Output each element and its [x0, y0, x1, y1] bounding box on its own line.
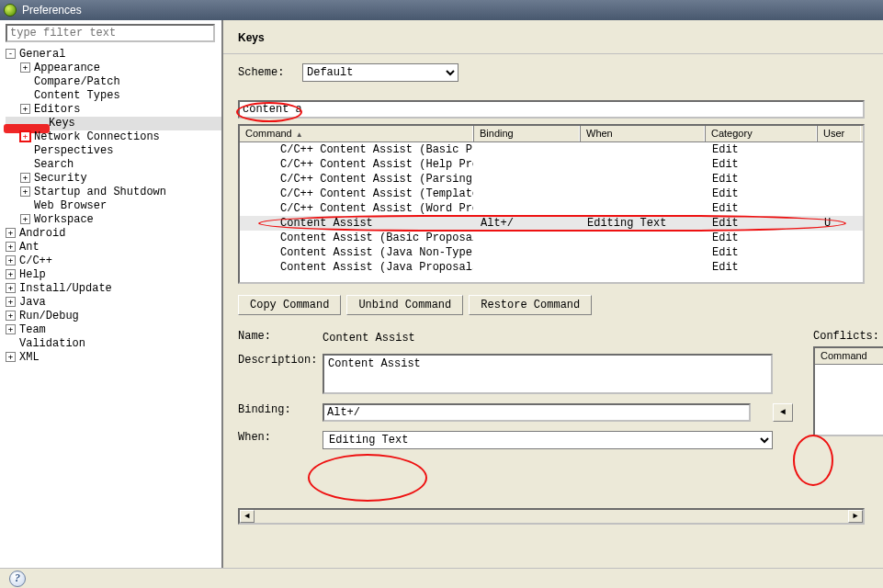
tree-item-label: XML — [19, 351, 40, 364]
cell-command: C/C++ Content Assist (Parsing-bas — [240, 173, 473, 186]
col-command[interactable]: Command▲ — [240, 126, 473, 141]
table-row[interactable]: C/C++ Content Assist (Word ProposEdit — [240, 201, 863, 216]
tree-item[interactable]: +Security — [6, 172, 221, 186]
cell-category: Edit — [705, 232, 817, 244]
expand-icon[interactable]: + — [20, 62, 30, 73]
table-row[interactable]: C/C++ Content Assist (Template PrEdit — [240, 187, 863, 201]
tree-item[interactable]: +Run/Debug — [6, 310, 221, 323]
table-row[interactable]: Content Assist (Basic Proposals)Edit — [240, 231, 863, 245]
scroll-right-icon[interactable]: ► — [848, 510, 863, 523]
col-when[interactable]: When — [580, 126, 705, 141]
tree-item[interactable]: +Editors — [6, 103, 221, 117]
tree-item-label: Help — [19, 268, 46, 281]
tree-item[interactable]: +Ant — [6, 241, 221, 254]
tree-item[interactable]: Perspectives — [6, 144, 221, 158]
tree-item-label: Java — [19, 296, 46, 309]
window-title: Preferences — [22, 4, 82, 17]
expand-icon[interactable]: + — [20, 173, 30, 183]
table-row[interactable]: Content Assist (Java Non-Type ProEdit — [240, 245, 863, 260]
table-row[interactable]: C/C++ Content Assist (Basic PropoEdit — [240, 142, 863, 157]
cell-command: Content Assist — [240, 217, 473, 230]
scroll-left-icon[interactable]: ◄ — [240, 510, 255, 523]
tree-item[interactable]: +C/C++ — [6, 254, 221, 268]
keys-table[interactable]: Command▲ Binding When Category User C/C+… — [238, 124, 865, 284]
col-category[interactable]: Category — [705, 126, 817, 141]
collapse-icon[interactable]: - — [6, 49, 16, 59]
description-field[interactable] — [323, 354, 773, 394]
tree-item-label: Editors — [34, 103, 80, 116]
tree-item[interactable]: +Java — [6, 296, 221, 310]
table-row[interactable]: C/C++ Content Assist (Help ProposEdit — [240, 157, 863, 172]
tree-item[interactable]: +Team — [6, 323, 221, 337]
binding-clear-button[interactable]: ◄ — [773, 403, 793, 422]
tree-item-label: C/C++ — [19, 254, 52, 267]
tree-item[interactable]: +Appearance — [6, 62, 221, 75]
expand-icon[interactable]: + — [20, 187, 30, 197]
tree-item[interactable]: Compare/Patch — [6, 75, 221, 89]
cell-category: Edit — [705, 246, 817, 259]
tree-item[interactable]: Validation — [6, 337, 221, 351]
conflicts-col-command: Command — [815, 348, 883, 365]
preferences-page: Keys Scheme: Default Command▲ Binding Wh… — [223, 20, 883, 568]
binding-input[interactable] — [323, 403, 751, 422]
tree-item-label: Security — [34, 172, 87, 185]
cell-user: U — [817, 217, 861, 230]
tree-item-label: Content Types — [34, 89, 120, 102]
cell-when: Editing Text — [580, 217, 705, 230]
scheme-select[interactable]: Default — [302, 63, 458, 82]
tree-item[interactable]: +XML — [6, 351, 221, 365]
tree-item[interactable]: Search — [6, 158, 221, 172]
table-row[interactable]: Content Assist (Java Proposals)Edit — [240, 260, 863, 275]
tree-item[interactable]: +Workspace — [6, 213, 221, 227]
expand-icon[interactable]: + — [20, 104, 30, 114]
restore-command-button[interactable]: Restore Command — [469, 295, 592, 315]
tree-item[interactable]: +Network Connections — [6, 130, 221, 144]
cell-category: Edit — [705, 173, 817, 186]
col-binding[interactable]: Binding — [473, 126, 580, 141]
table-row[interactable]: C/C++ Content Assist (Parsing-basEdit — [240, 172, 863, 187]
preferences-tree[interactable]: -General+AppearanceCompare/PatchContent … — [0, 46, 221, 568]
expand-icon[interactable]: + — [6, 242, 16, 252]
tree-item[interactable]: +Android — [6, 227, 221, 241]
keys-filter-input[interactable] — [238, 100, 865, 119]
dialog-footer: ? — [0, 568, 883, 588]
cell-command: Content Assist (Basic Proposals) — [240, 232, 473, 244]
cell-command: C/C++ Content Assist (Basic Propo — [240, 143, 473, 156]
tree-item[interactable]: +Startup and Shutdown — [6, 186, 221, 199]
tree-item[interactable]: Keys — [6, 117, 221, 130]
copy-command-button[interactable]: Copy Command — [238, 295, 341, 315]
horizontal-scrollbar[interactable]: ◄ ► — [238, 508, 865, 525]
cell-command: C/C++ Content Assist (Help Propos — [240, 158, 473, 171]
table-row[interactable]: Content AssistAlt+/Editing TextEditU — [240, 216, 863, 231]
tree-item-label: Startup and Shutdown — [34, 186, 166, 198]
filter-input[interactable] — [6, 24, 215, 42]
expand-icon[interactable]: + — [20, 131, 30, 141]
expand-icon[interactable]: + — [6, 311, 16, 321]
expand-icon[interactable]: + — [20, 214, 30, 224]
sort-asc-icon: ▲ — [296, 130, 303, 139]
scheme-label: Scheme: — [238, 66, 302, 79]
conflicts-table[interactable]: Command — [813, 346, 883, 436]
expand-icon[interactable]: + — [6, 283, 16, 293]
expand-icon[interactable]: + — [6, 324, 16, 334]
unbind-command-button[interactable]: Unbind Command — [346, 295, 463, 315]
col-user[interactable]: User — [817, 126, 861, 141]
name-value: Content Assist — [323, 330, 795, 345]
expand-icon[interactable]: + — [6, 228, 16, 238]
help-icon[interactable]: ? — [9, 571, 26, 587]
tree-item[interactable]: Content Types — [6, 89, 221, 103]
tree-item[interactable]: +Install/Update — [6, 282, 221, 296]
cell-command: Content Assist (Java Proposals) — [240, 261, 473, 274]
tree-item-label: Workspace — [34, 213, 94, 226]
when-select[interactable]: Editing Text — [323, 431, 773, 449]
tree-item[interactable]: Web Browser — [6, 199, 221, 213]
expand-icon[interactable]: + — [6, 297, 16, 307]
tree-item-label: Validation — [19, 337, 85, 350]
expand-icon[interactable]: + — [6, 255, 16, 266]
when-label: When: — [238, 431, 323, 444]
expand-icon[interactable]: + — [6, 352, 16, 362]
expand-icon[interactable]: + — [6, 269, 16, 279]
tree-item[interactable]: +Help — [6, 268, 221, 282]
page-title: Keys — [223, 20, 883, 54]
tree-item[interactable]: -General — [6, 48, 221, 62]
